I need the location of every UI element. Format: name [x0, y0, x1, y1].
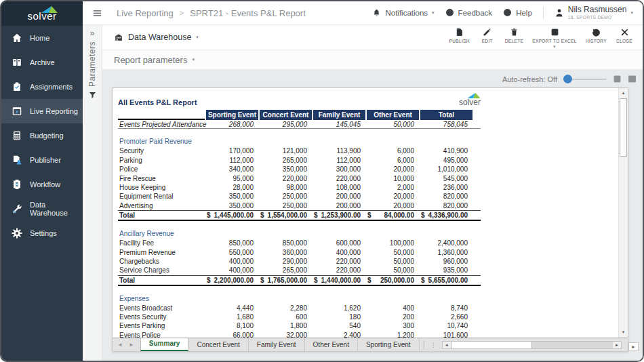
data-source-selector[interactable]: Data Warehouse ▾: [114, 33, 199, 42]
smiley-icon: [445, 8, 454, 17]
data-cell: 250,000: [258, 192, 312, 201]
toolbar-action-delete[interactable]: DELETE: [505, 26, 523, 43]
sidebar-nav: HomeArchiveAssignmentsLive ReportingBudg…: [1, 26, 83, 245]
report-title: All Events P&L Report: [118, 98, 197, 106]
total-cell: $5,655,000.00: [419, 276, 472, 285]
toolbar-action-history[interactable]: HISTORY: [586, 26, 607, 43]
sidebar-item-budgeting[interactable]: Budgeting: [1, 123, 83, 148]
scroll-down-arrow[interactable]: ▼: [619, 328, 628, 337]
data-cell: 220,000: [312, 257, 365, 266]
slider-knob[interactable]: [563, 75, 572, 83]
open-in-window-icon[interactable]: [613, 75, 622, 83]
currency-symbol: $: [314, 276, 318, 285]
report-parameters-toggle[interactable]: Report parameters ▾: [102, 50, 643, 69]
tabbar-resize-grip[interactable]: ⋮: [430, 342, 437, 348]
data-cell: 820,000: [419, 192, 472, 201]
report-table-header: Sporting EventConcert EventFamily EventO…: [118, 110, 481, 120]
sidebar-item-archive[interactable]: Archive: [1, 50, 83, 75]
tab-scroll-left-icon[interactable]: ◄: [117, 342, 123, 348]
sidebar-item-home[interactable]: Home: [1, 26, 83, 50]
auto-refresh-slider[interactable]: [563, 75, 607, 83]
sidebar-item-live-reporting[interactable]: Live Reporting: [1, 99, 83, 123]
toolbar-action-edit[interactable]: EDIT: [479, 26, 496, 43]
data-cell: 220,000: [258, 174, 312, 183]
sidebar-item-publisher[interactable]: Publisher: [1, 148, 83, 172]
data-cell: 265,000: [258, 156, 312, 165]
data-cell: 101,600: [419, 331, 472, 338]
data-cell: 170,000: [205, 146, 258, 155]
data-cell: 20,000: [365, 192, 419, 201]
toolbar-action-label: EXPORT TO EXCEL: [532, 39, 577, 43]
data-cell: 1,620: [312, 304, 365, 313]
chevron-down-icon: ▾: [630, 10, 633, 16]
data-cell: 400: [365, 304, 419, 313]
horizontal-scroll-thumb[interactable]: [451, 342, 532, 348]
toolbar-action-export-to-excel[interactable]: EXPORT TO EXCEL▾: [532, 26, 577, 49]
user-name: Nils Rasmussen: [568, 5, 627, 15]
cell-value: 250,000.00: [380, 276, 414, 285]
data-cell: 145,045: [312, 120, 365, 128]
toolbar-action-label: PUBLISH: [449, 39, 469, 43]
breadcrumb-section[interactable]: Live Reporting: [117, 8, 174, 18]
tab-separator: │: [422, 341, 426, 348]
row-label: Parking: [118, 156, 205, 165]
parameters-panel-collapsed[interactable]: » Parameters: [83, 25, 102, 361]
notifications-button[interactable]: Notifications ▾: [372, 8, 434, 17]
data-cell: 50,000: [365, 257, 419, 266]
scroll-up-arrow[interactable]: ▲: [619, 89, 628, 98]
data-cell: 495,000: [419, 156, 472, 165]
sheet-tab-concert-event[interactable]: Concert Event: [188, 338, 248, 351]
sheet-tab-family-event[interactable]: Family Event: [249, 338, 305, 351]
report-corner-cell: [118, 110, 205, 120]
horizontal-scrollbar[interactable]: ◄►: [442, 341, 622, 349]
toolbar-action-label: HISTORY: [586, 39, 607, 43]
table-row: Chargebacks400,000290,000220,00050,00096…: [118, 257, 481, 266]
report-table: Sporting EventConcert EventFamily EventO…: [118, 110, 618, 338]
spacer-row: [118, 286, 481, 294]
sidebar-item-assignments[interactable]: Assignments: [1, 75, 83, 99]
sidebar-item-data-warehouse[interactable]: Data Warehouse: [1, 197, 83, 221]
sidebar-item-label: Budgeting: [30, 132, 64, 140]
data-cell: 410,900: [419, 146, 472, 155]
sheet-tab-other-event[interactable]: Other Event: [305, 338, 358, 351]
vertical-scroll-thumb[interactable]: [620, 98, 627, 157]
sidebar-item-workflow[interactable]: Workflow: [1, 172, 83, 197]
outer-scroll-right-arrow[interactable]: ►: [628, 342, 639, 351]
data-cell: 400,000: [205, 266, 258, 275]
tab-scroll-right-icon[interactable]: ►: [129, 342, 134, 348]
table-view-icon[interactable]: [628, 75, 637, 83]
hamburger-menu-icon[interactable]: [92, 8, 102, 18]
live-reporting-icon: [12, 106, 22, 117]
sheet-tab-sporting-event[interactable]: Sporting Event: [358, 338, 420, 351]
home-icon: [12, 33, 22, 43]
section-header-row: Ancillary Revenue: [118, 229, 481, 239]
total-cell: $1,554,000.00: [258, 211, 312, 220]
sidebar-item-settings[interactable]: Settings: [1, 221, 83, 245]
total-cell: $1,253,900.00: [312, 211, 365, 220]
sheet-tab-summary[interactable]: Summary: [140, 338, 189, 351]
feedback-label: Feedback: [458, 9, 493, 17]
data-cell: 112,000: [312, 156, 365, 165]
toolbar-action-publish[interactable]: PUBLISH: [449, 26, 469, 43]
table-row: Events Police66,00032,0002,4001,200101,6…: [118, 331, 481, 338]
data-cell: 340,000: [205, 165, 258, 174]
user-menu[interactable]: Nils Rasmussen 16. Sports Demo ▾: [555, 5, 633, 20]
data-cell: 935,000: [419, 266, 472, 275]
data-cell: 236,000: [419, 183, 472, 192]
toolbar-action-close[interactable]: CLOSE: [616, 26, 633, 43]
help-button[interactable]: Help: [503, 8, 532, 17]
currency-symbol: $: [207, 211, 211, 220]
expand-panel-icon[interactable]: »: [90, 30, 95, 37]
workflow-icon: [12, 179, 22, 190]
table-row: Advertising350,000250,000200,00020,00082…: [118, 201, 481, 210]
parameters-label: Parameters: [87, 41, 97, 87]
scroll-left-arrow[interactable]: ◄: [443, 342, 451, 348]
data-cell: 1,200: [365, 331, 419, 338]
feedback-button[interactable]: Feedback: [445, 8, 493, 17]
toolbar-actions: PUBLISHEDITDELETEEXPORT TO EXCEL▾HISTORY…: [449, 26, 633, 49]
data-cell: 265,000: [258, 266, 312, 275]
scroll-right-arrow[interactable]: ►: [613, 342, 621, 348]
help-label: Help: [516, 9, 532, 17]
data-cell: 10,000: [365, 174, 419, 183]
vertical-scrollbar[interactable]: ▲ ▼: [618, 88, 628, 338]
